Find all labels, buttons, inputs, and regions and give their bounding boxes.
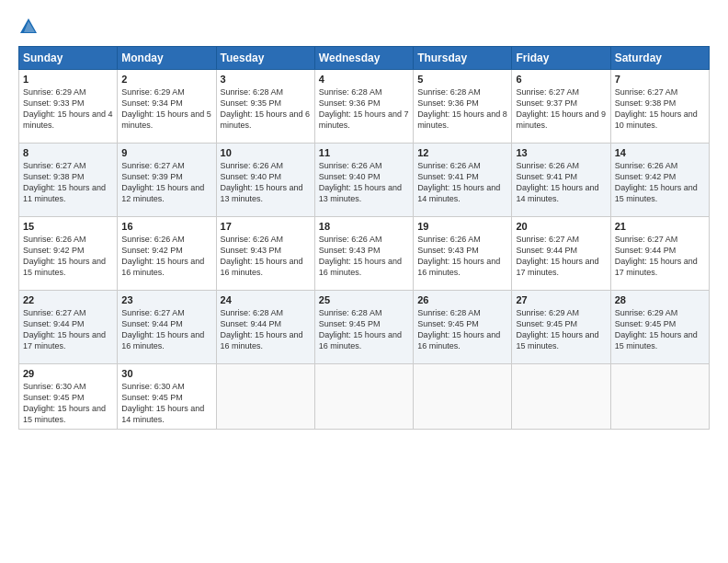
calendar-cell: 3Sunrise: 6:28 AMSunset: 9:35 PMDaylight… — [216, 70, 314, 144]
day-number: 29 — [23, 368, 113, 379]
calendar-cell: 23Sunrise: 6:27 AMSunset: 9:44 PMDayligh… — [118, 291, 216, 364]
day-info: Sunrise: 6:26 AMSunset: 9:42 PMDaylight:… — [23, 234, 113, 279]
weekday-header-thursday: Thursday — [414, 47, 512, 70]
day-info: Sunrise: 6:29 AMSunset: 9:45 PMDaylight:… — [516, 307, 606, 352]
page: SundayMondayTuesdayWednesdayThursdayFrid… — [0, 0, 728, 563]
day-info: Sunrise: 6:26 AMSunset: 9:43 PMDaylight:… — [221, 234, 311, 279]
day-number: 22 — [23, 294, 113, 305]
calendar-cell: 22Sunrise: 6:27 AMSunset: 9:44 PMDayligh… — [19, 291, 118, 364]
calendar-cell: 6Sunrise: 6:27 AMSunset: 9:37 PMDaylight… — [512, 70, 610, 144]
day-number: 8 — [23, 147, 113, 158]
day-number: 21 — [615, 221, 705, 232]
day-number: 2 — [121, 74, 211, 85]
weekday-header-tuesday: Tuesday — [216, 47, 314, 70]
calendar-cell: 24Sunrise: 6:28 AMSunset: 9:44 PMDayligh… — [216, 291, 314, 364]
day-info: Sunrise: 6:26 AMSunset: 9:40 PMDaylight:… — [221, 160, 311, 205]
logo-icon — [18, 17, 39, 37]
calendar-cell: 30Sunrise: 6:30 AMSunset: 9:45 PMDayligh… — [118, 364, 216, 430]
day-info: Sunrise: 6:26 AMSunset: 9:41 PMDaylight:… — [417, 160, 507, 205]
day-number: 26 — [417, 294, 507, 305]
calendar-cell: 11Sunrise: 6:26 AMSunset: 9:40 PMDayligh… — [314, 144, 413, 217]
calendar-cell: 29Sunrise: 6:30 AMSunset: 9:45 PMDayligh… — [19, 364, 118, 430]
day-info: Sunrise: 6:27 AMSunset: 9:37 PMDaylight:… — [516, 86, 606, 132]
calendar-cell: 8Sunrise: 6:27 AMSunset: 9:38 PMDaylight… — [19, 144, 118, 217]
day-number: 13 — [516, 147, 606, 158]
day-number: 17 — [221, 221, 311, 232]
day-info: Sunrise: 6:28 AMSunset: 9:36 PMDaylight:… — [319, 86, 409, 132]
day-number: 7 — [615, 74, 705, 85]
day-info: Sunrise: 6:26 AMSunset: 9:42 PMDaylight:… — [121, 234, 211, 279]
weekday-header-friday: Friday — [512, 47, 610, 70]
day-info: Sunrise: 6:29 AMSunset: 9:34 PMDaylight:… — [121, 86, 211, 132]
calendar-cell — [512, 364, 610, 430]
calendar-cell: 7Sunrise: 6:27 AMSunset: 9:38 PMDaylight… — [610, 70, 709, 144]
calendar-cell: 1Sunrise: 6:29 AMSunset: 9:33 PMDaylight… — [19, 70, 118, 144]
calendar-cell: 25Sunrise: 6:28 AMSunset: 9:45 PMDayligh… — [314, 291, 413, 364]
calendar-cell: 20Sunrise: 6:27 AMSunset: 9:44 PMDayligh… — [512, 217, 610, 291]
day-number: 5 — [417, 74, 507, 85]
day-info: Sunrise: 6:26 AMSunset: 9:42 PMDaylight:… — [615, 160, 705, 205]
weekday-header-monday: Monday — [118, 47, 216, 70]
day-number: 15 — [23, 221, 113, 232]
day-info: Sunrise: 6:30 AMSunset: 9:45 PMDaylight:… — [121, 381, 211, 426]
day-number: 9 — [121, 147, 211, 158]
week-row-4: 22Sunrise: 6:27 AMSunset: 9:44 PMDayligh… — [19, 291, 710, 364]
logo — [18, 17, 42, 37]
weekday-header-sunday: Sunday — [19, 47, 118, 70]
day-info: Sunrise: 6:28 AMSunset: 9:36 PMDaylight:… — [417, 86, 507, 132]
day-info: Sunrise: 6:30 AMSunset: 9:45 PMDaylight:… — [23, 381, 113, 426]
day-info: Sunrise: 6:27 AMSunset: 9:44 PMDaylight:… — [516, 234, 606, 279]
calendar-cell: 15Sunrise: 6:26 AMSunset: 9:42 PMDayligh… — [19, 217, 118, 291]
calendar-cell: 2Sunrise: 6:29 AMSunset: 9:34 PMDaylight… — [118, 70, 216, 144]
day-info: Sunrise: 6:28 AMSunset: 9:35 PMDaylight:… — [221, 86, 311, 132]
day-info: Sunrise: 6:29 AMSunset: 9:33 PMDaylight:… — [23, 86, 113, 132]
day-number: 11 — [319, 147, 409, 158]
week-row-5: 29Sunrise: 6:30 AMSunset: 9:45 PMDayligh… — [19, 364, 710, 430]
calendar-cell: 14Sunrise: 6:26 AMSunset: 9:42 PMDayligh… — [610, 144, 709, 217]
day-number: 16 — [121, 221, 211, 232]
calendar-cell: 12Sunrise: 6:26 AMSunset: 9:41 PMDayligh… — [414, 144, 512, 217]
calendar-cell: 18Sunrise: 6:26 AMSunset: 9:43 PMDayligh… — [314, 217, 413, 291]
calendar-cell: 13Sunrise: 6:26 AMSunset: 9:41 PMDayligh… — [512, 144, 610, 217]
calendar-cell — [314, 364, 413, 430]
day-number: 10 — [221, 147, 311, 158]
week-row-2: 8Sunrise: 6:27 AMSunset: 9:38 PMDaylight… — [19, 144, 710, 217]
calendar-cell: 19Sunrise: 6:26 AMSunset: 9:43 PMDayligh… — [414, 217, 512, 291]
calendar-cell: 9Sunrise: 6:27 AMSunset: 9:39 PMDaylight… — [118, 144, 216, 217]
day-info: Sunrise: 6:28 AMSunset: 9:45 PMDaylight:… — [417, 307, 507, 352]
day-info: Sunrise: 6:26 AMSunset: 9:43 PMDaylight:… — [319, 234, 409, 279]
day-info: Sunrise: 6:27 AMSunset: 9:38 PMDaylight:… — [615, 86, 705, 132]
day-number: 19 — [417, 221, 507, 232]
day-number: 4 — [319, 74, 409, 85]
day-number: 3 — [221, 74, 311, 85]
day-number: 25 — [319, 294, 409, 305]
weekday-header-saturday: Saturday — [610, 47, 709, 70]
day-info: Sunrise: 6:27 AMSunset: 9:39 PMDaylight:… — [121, 160, 211, 205]
week-row-3: 15Sunrise: 6:26 AMSunset: 9:42 PMDayligh… — [19, 217, 710, 291]
day-number: 20 — [516, 221, 606, 232]
day-info: Sunrise: 6:29 AMSunset: 9:45 PMDaylight:… — [615, 307, 705, 352]
calendar-cell: 4Sunrise: 6:28 AMSunset: 9:36 PMDaylight… — [314, 70, 413, 144]
day-number: 24 — [221, 294, 311, 305]
week-row-1: 1Sunrise: 6:29 AMSunset: 9:33 PMDaylight… — [19, 70, 710, 144]
calendar: SundayMondayTuesdayWednesdayThursdayFrid… — [18, 46, 710, 430]
day-info: Sunrise: 6:26 AMSunset: 9:43 PMDaylight:… — [417, 234, 507, 279]
day-number: 12 — [417, 147, 507, 158]
day-number: 23 — [121, 294, 211, 305]
calendar-cell: 10Sunrise: 6:26 AMSunset: 9:40 PMDayligh… — [216, 144, 314, 217]
day-info: Sunrise: 6:27 AMSunset: 9:44 PMDaylight:… — [121, 307, 211, 352]
calendar-cell: 27Sunrise: 6:29 AMSunset: 9:45 PMDayligh… — [512, 291, 610, 364]
day-info: Sunrise: 6:28 AMSunset: 9:44 PMDaylight:… — [221, 307, 311, 352]
day-info: Sunrise: 6:28 AMSunset: 9:45 PMDaylight:… — [319, 307, 409, 352]
day-number: 1 — [23, 74, 113, 85]
calendar-cell — [610, 364, 709, 430]
day-number: 18 — [319, 221, 409, 232]
calendar-cell: 5Sunrise: 6:28 AMSunset: 9:36 PMDaylight… — [414, 70, 512, 144]
day-info: Sunrise: 6:26 AMSunset: 9:41 PMDaylight:… — [516, 160, 606, 205]
calendar-cell — [414, 364, 512, 430]
day-info: Sunrise: 6:27 AMSunset: 9:38 PMDaylight:… — [23, 160, 113, 205]
calendar-cell: 28Sunrise: 6:29 AMSunset: 9:45 PMDayligh… — [610, 291, 709, 364]
calendar-cell: 26Sunrise: 6:28 AMSunset: 9:45 PMDayligh… — [414, 291, 512, 364]
day-number: 6 — [516, 74, 606, 85]
calendar-cell — [216, 364, 314, 430]
